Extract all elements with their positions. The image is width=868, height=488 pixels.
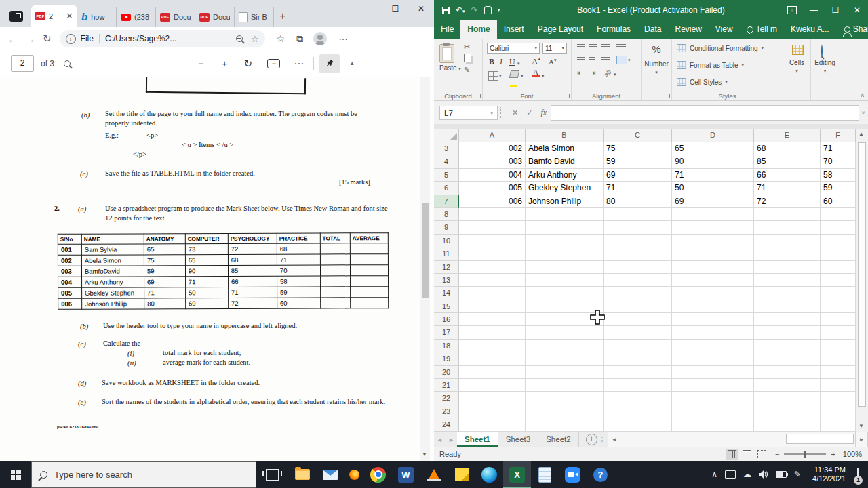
cell-C3[interactable]: 75 — [604, 142, 672, 155]
cell-D5[interactable]: 71 — [672, 169, 754, 182]
cell-A9[interactable] — [459, 221, 526, 234]
clipboard-dialog-launcher-icon[interactable] — [476, 94, 481, 98]
cell-E10[interactable] — [754, 235, 821, 247]
cell-F8[interactable] — [821, 208, 856, 221]
settings-more-icon[interactable]: ⋯ — [338, 33, 348, 44]
cell-B10[interactable] — [526, 235, 604, 247]
number-dialog-launcher-icon[interactable] — [665, 94, 670, 98]
cell-D10[interactable] — [672, 235, 754, 247]
cell-A17[interactable] — [459, 326, 526, 339]
cell-C15[interactable] — [604, 300, 672, 313]
row-header-8[interactable]: 8 — [434, 208, 459, 221]
borders-icon[interactable] — [488, 71, 498, 81]
row-header-13[interactable]: 13 — [434, 274, 459, 287]
cell-C11[interactable] — [604, 247, 672, 260]
cell-D7[interactable]: 69 — [672, 195, 754, 208]
browser-tab[interactable]: (238 — [117, 7, 156, 27]
paste-icon[interactable] — [439, 44, 454, 63]
row-header-11[interactable]: 11 — [434, 247, 459, 260]
format-as-table-button[interactable]: Format as Table▾ — [677, 61, 744, 69]
page-info-icon[interactable]: i — [66, 34, 76, 44]
cell-C13[interactable] — [604, 274, 672, 287]
cell-D15[interactable] — [672, 300, 754, 313]
taskbar-edge[interactable] — [475, 461, 503, 488]
cell-A24[interactable] — [459, 418, 526, 431]
cell-E22[interactable] — [754, 392, 821, 405]
row-header-19[interactable]: 19 — [434, 352, 459, 365]
collections-icon[interactable]: ⧉ — [296, 33, 303, 45]
taskbar-notepad[interactable] — [531, 461, 559, 488]
formula-input[interactable] — [551, 105, 859, 121]
taskbar-help[interactable]: ? — [587, 461, 614, 488]
cut-icon[interactable]: ✂ — [464, 43, 470, 52]
taskbar-file-explorer[interactable] — [288, 461, 316, 488]
cell-C21[interactable] — [604, 379, 672, 392]
cell-D13[interactable] — [672, 274, 754, 287]
cell-E15[interactable] — [754, 300, 821, 313]
row-header-22[interactable]: 22 — [434, 392, 459, 405]
column-header-F[interactable]: F — [821, 129, 856, 142]
fill-color-button[interactable] — [510, 70, 519, 90]
row-header-9[interactable]: 9 — [434, 221, 459, 234]
font-dialog-launcher-icon[interactable] — [565, 94, 570, 98]
align-top-icon[interactable] — [577, 44, 585, 49]
cell-D16[interactable] — [672, 313, 754, 326]
cell-F12[interactable] — [821, 261, 856, 274]
row-header-16[interactable]: 16 — [434, 313, 459, 326]
grid-scroll-down-icon[interactable]: ▼ — [859, 423, 864, 429]
ribbon-tab-file[interactable]: File — [434, 20, 460, 39]
cell-F22[interactable] — [821, 392, 856, 405]
cell-F19[interactable] — [821, 352, 856, 365]
copy-icon[interactable] — [464, 54, 471, 62]
excel-minimize-button[interactable]: — — [803, 0, 825, 20]
align-middle-icon[interactable] — [589, 44, 597, 49]
italic-button[interactable]: I — [500, 57, 502, 67]
row-header-12[interactable]: 12 — [434, 261, 459, 274]
cell-E20[interactable] — [754, 366, 821, 379]
taskbar-mail[interactable] — [316, 461, 344, 488]
cell-A5[interactable]: 004 — [459, 169, 526, 182]
cell-C23[interactable] — [604, 405, 672, 418]
cell-D9[interactable] — [672, 221, 754, 234]
cell-B22[interactable] — [526, 392, 604, 405]
cell-B7[interactable]: Johnson Philip — [526, 195, 604, 208]
cell-C8[interactable] — [604, 208, 672, 221]
ribbon-tab-formulas[interactable]: Formulas — [590, 20, 637, 39]
cell-B21[interactable] — [526, 379, 604, 392]
page-layout-view-icon[interactable] — [741, 449, 753, 460]
row-header-23[interactable]: 23 — [434, 405, 459, 418]
cell-A23[interactable] — [459, 405, 526, 418]
cell-F7[interactable]: 60 — [821, 195, 856, 208]
cell-E23[interactable] — [754, 405, 821, 418]
grid-scrollbar-thumb[interactable] — [858, 142, 866, 407]
cell-F23[interactable] — [821, 405, 856, 418]
cell-D24[interactable] — [672, 418, 754, 431]
cell-B14[interactable] — [526, 287, 604, 300]
enter-icon[interactable]: ✓ — [526, 108, 532, 117]
zoom-out-icon[interactable]: − — [775, 450, 779, 458]
qat-customize-icon[interactable]: ▾ — [498, 7, 500, 13]
row-header-3[interactable]: 3 — [434, 142, 459, 155]
cell-A14[interactable] — [459, 287, 526, 300]
sheet-tab-sheet2[interactable]: Sheet2 — [538, 432, 578, 447]
column-header-D[interactable]: D — [672, 129, 754, 142]
row-header-15[interactable]: 15 — [434, 300, 459, 313]
cell-B4[interactable]: Bamfo David — [526, 155, 604, 168]
bold-button[interactable]: B — [489, 57, 494, 67]
merge-dropdown-icon[interactable]: ▾ — [628, 58, 631, 63]
taskbar-zoom-app[interactable] — [559, 461, 587, 488]
cell-F18[interactable] — [821, 340, 856, 352]
cell-D4[interactable]: 90 — [672, 155, 754, 168]
cell-B12[interactable] — [526, 261, 604, 274]
font-name-select[interactable]: Calibri▾ — [487, 43, 540, 54]
fit-to-width-icon[interactable]: ↔ — [267, 59, 280, 68]
taskbar-clock[interactable]: 11:34 PM 4/12/2021 — [812, 466, 846, 484]
hscroll-left-icon[interactable]: ◄ — [608, 432, 620, 447]
cell-styles-button[interactable]: Cell Styles▾ — [677, 78, 728, 86]
wrap-text-icon[interactable] — [616, 44, 626, 49]
refresh-icon[interactable]: ↻ — [43, 33, 52, 45]
format-painter-icon[interactable]: ✎ — [464, 66, 470, 75]
cell-E19[interactable] — [754, 352, 821, 365]
browser-close-button[interactable]: ✕ — [408, 0, 434, 18]
ribbon-tab-page-layout[interactable]: Page Layout — [531, 20, 590, 39]
